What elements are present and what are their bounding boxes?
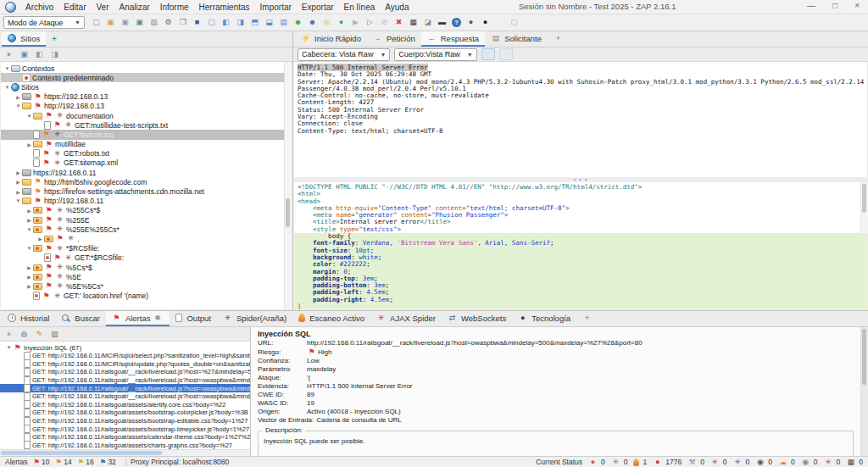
- alert-row[interactable]: GET: http://192.168.0.11/railsgoat/__rac…: [0, 368, 250, 376]
- alert-flag-high[interactable]: ⚑10: [33, 458, 49, 466]
- tab-output[interactable]: Output: [170, 311, 217, 326]
- expand-icon[interactable]: ▶: [25, 142, 33, 147]
- menu-en-línea[interactable]: En línea: [339, 2, 381, 13]
- alert-row[interactable]: GET: http://192.168.0.11/MCIR/sqlol/upda…: [0, 360, 250, 369]
- ball-green-dark-button[interactable]: ●: [465, 16, 478, 29]
- hint-bulb-button[interactable]: ◎: [321, 16, 334, 29]
- tree-node[interactable]: ▶⚑✳%5Cs*$: [1, 263, 285, 272]
- window-dark-button[interactable]: ■: [192, 16, 204, 29]
- expand-icon[interactable]: ▶: [14, 94, 22, 100]
- menu-archivo[interactable]: Archivo: [20, 2, 58, 13]
- menu-editar[interactable]: Editar: [58, 2, 91, 13]
- menu-herramientas[interactable]: Herramientas: [194, 2, 255, 13]
- help-blue-button[interactable]: ?: [451, 16, 464, 29]
- tree-node[interactable]: ▼⚑✳*$RCSfile:: [1, 244, 285, 253]
- window-blue-1-button[interactable]: ▢: [206, 16, 219, 29]
- alert-flag-low[interactable]: ⚑16: [78, 458, 94, 466]
- collapse-icon[interactable]: ▼: [3, 66, 11, 71]
- tree-node[interactable]: ▶⚑✳%5E: [1, 272, 285, 281]
- filter-gray-icon[interactable]: ●: [4, 330, 14, 339]
- flame-orange-button[interactable]: [494, 16, 507, 29]
- add-tab-button[interactable]: +: [576, 311, 599, 326]
- tab-historial[interactable]: Historial: [2, 311, 55, 326]
- tree-node[interactable]: ▼Sitios: [1, 82, 285, 92]
- tree-node[interactable]: ▶⚑✳%255E: [1, 215, 285, 225]
- collapse-icon[interactable]: ▼: [14, 198, 22, 203]
- tree-node[interactable]: ▼⚑✳documentation: [1, 111, 285, 120]
- record-green-button[interactable]: ●: [336, 16, 348, 29]
- expand-icon[interactable]: ▶: [25, 264, 33, 270]
- menu-ver[interactable]: Ver: [91, 2, 114, 13]
- tree-node[interactable]: ⚑✳GET:sitemap.xml: [1, 158, 285, 168]
- options-gear-button[interactable]: ⚙: [163, 16, 175, 29]
- terminal-dark-button[interactable]: ▬: [437, 16, 449, 29]
- split-view-button[interactable]: [499, 48, 513, 60]
- scrollbar-thumb[interactable]: [1, 451, 162, 455]
- tree-node[interactable]: ⚑✳GET:*$RCSfile:: [1, 253, 285, 263]
- sites-scrollbar[interactable]: [284, 62, 292, 309]
- tree-node[interactable]: ⚑✳GET:mutillidae-test-scripts.txt: [1, 120, 285, 130]
- box-outline-button[interactable]: ▢: [509, 16, 521, 29]
- window-blue-6-button[interactable]: ▤: [278, 16, 291, 29]
- tree-node[interactable]: ▼⚑http://192.168.0.11: [1, 197, 285, 206]
- persist-session-button[interactable]: ▣: [134, 16, 147, 29]
- menu-informe[interactable]: Informe: [155, 2, 194, 13]
- open-session-button[interactable]: ▣: [105, 16, 118, 29]
- clear-broom-icon[interactable]: ▨: [50, 330, 59, 339]
- expand-icon[interactable]: ▶: [36, 236, 44, 242]
- tab-ajax-spider[interactable]: ✳AJAX Spider: [370, 311, 442, 326]
- tree-node[interactable]: ▼⚑✳%255E%255Cs*: [1, 225, 285, 234]
- expand-icon[interactable]: ▶: [25, 217, 33, 223]
- tree-node[interactable]: ⚑✳GET:' location.href '(name): [1, 292, 285, 301]
- snapshot-button[interactable]: ❒: [177, 16, 190, 29]
- tab-escaneo-activo[interactable]: Escaneo Activo: [292, 311, 370, 326]
- expand-icon[interactable]: ▶: [14, 179, 22, 185]
- tab-websockets[interactable]: ⇄WebSockets: [442, 311, 512, 326]
- user-blue-button[interactable]: ☻: [307, 16, 320, 29]
- alert-row[interactable]: GET: http://192.168.0.11/railsgoat/asset…: [0, 417, 250, 425]
- collapse-icon[interactable]: ▼: [25, 114, 33, 119]
- tree-node[interactable]: ▼Contextos: [1, 64, 285, 73]
- alert-row[interactable]: GET: http://192.168.0.11/railsgoat/__rac…: [0, 392, 250, 401]
- tree-node[interactable]: ▶⚑https://192.168.0.13: [1, 92, 285, 102]
- window-blue-5-button[interactable]: ⬓: [264, 16, 276, 29]
- expand-icon[interactable]: ▶: [25, 208, 33, 214]
- pin-icon[interactable]: ✱: [153, 314, 162, 323]
- tree-node[interactable]: ▶⚑mutillidae: [1, 140, 285, 149]
- tree-node[interactable]: ⚑✳GET:favicon.ico: [1, 130, 285, 139]
- menu-analizar[interactable]: Analizar: [114, 2, 155, 13]
- alert-row[interactable]: GET: http://192.168.0.11/railsgoat/asset…: [0, 442, 250, 450]
- tab-petici-n[interactable]: →Petición: [367, 31, 421, 47]
- play-outline-button[interactable]: ▷: [364, 16, 377, 29]
- scope-globe-icon[interactable]: ◍: [19, 330, 29, 339]
- tab-respuesta[interactable]: ←Respuesta: [421, 31, 485, 47]
- alert-row[interactable]: GET: http://192.168.0.11/MCIR/sqlol/sele…: [0, 352, 250, 360]
- alert-row[interactable]: GET: http://192.168.0.11/railsgoat/asset…: [0, 425, 250, 433]
- expand-icon[interactable]: ▶: [14, 170, 22, 175]
- window-blue-3-button[interactable]: ◨: [235, 16, 248, 29]
- expand-icon[interactable]: ▶: [25, 274, 33, 280]
- add-tab-button[interactable]: +: [548, 31, 570, 47]
- response-header-text[interactable]: HTTP/1.1 500 Internal Server ErrorDate: …: [294, 62, 867, 182]
- window-blue-2-button[interactable]: ◧: [220, 16, 233, 29]
- export-context-icon[interactable]: ◨: [50, 50, 59, 59]
- header-view-select[interactable]: Cabecera: Vista Raw ▼: [298, 48, 390, 61]
- tree-node[interactable]: Contexto predeterminado: [1, 73, 285, 82]
- menu-exportar[interactable]: Exportar: [297, 2, 339, 13]
- scrollbar-thumb[interactable]: [286, 198, 290, 227]
- tab-solicitante[interactable]: ▤Solicitante: [485, 31, 548, 47]
- maximize-button[interactable]: □: [832, 1, 837, 10]
- tree-node[interactable]: ▼⚑http://192.168.0.13: [1, 102, 285, 111]
- collapse-icon[interactable]: ▼: [5, 345, 13, 350]
- tab-spider-ara-a-[interactable]: ✳Spider(Araña): [217, 311, 292, 326]
- alert-row[interactable]: GET: http://192.168.0.11/railsgoat/asset…: [0, 433, 250, 442]
- alert-row[interactable]: GET: http://192.168.0.11/railsgoat/__rac…: [0, 376, 250, 385]
- alert-group-row[interactable]: ▼⚑Inyección SQL (67): [0, 343, 250, 352]
- scrollbar-thumb[interactable]: [862, 329, 866, 385]
- new-context-icon[interactable]: ▣: [19, 50, 29, 59]
- edit-pencil-icon[interactable]: ✎: [35, 330, 44, 339]
- break-view-button[interactable]: [481, 48, 495, 60]
- response-body-text[interactable]: <!DOCTYPE HTML PUBLIC "-//W3C//DTD HTML …: [294, 182, 867, 309]
- tree-node[interactable]: ▶⚑✳%255Cs*$: [1, 206, 285, 215]
- keyboard-dark-button[interactable]: ▦: [408, 16, 420, 29]
